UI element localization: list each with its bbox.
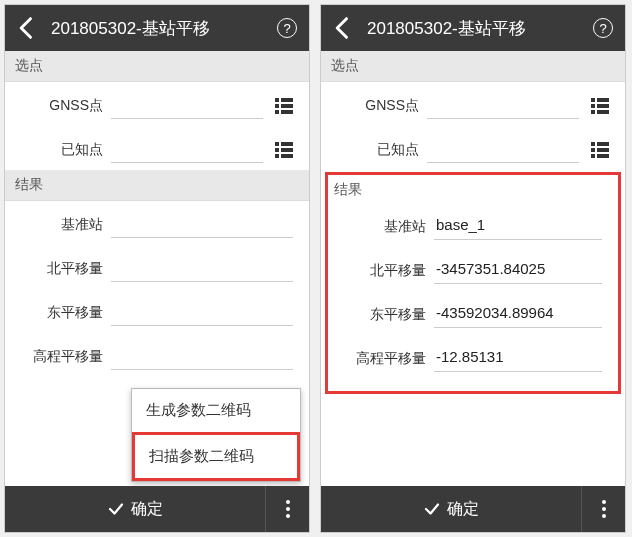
- svg-rect-15: [591, 104, 595, 108]
- bottombar: 确定: [5, 486, 309, 532]
- menu-scan-qr[interactable]: 扫描参数二维码: [132, 432, 300, 481]
- row-height: 高程平移量 -12.85131: [328, 335, 618, 379]
- label-known: 已知点: [331, 141, 427, 159]
- value-east[interactable]: [111, 300, 293, 326]
- svg-rect-24: [597, 154, 609, 158]
- row-gnss: GNSS点: [321, 82, 625, 126]
- phone-left: 201805302-基站平移 ? 选点 GNSS点 已知点 结果 基准站 北平: [4, 4, 310, 533]
- row-gnss: GNSS点: [5, 82, 309, 126]
- label-gnss: GNSS点: [15, 97, 111, 115]
- pick-known-button[interactable]: [269, 138, 299, 162]
- label-east: 东平移量: [15, 304, 111, 322]
- results-highlight: 结果 基准站 base_1 北平移量 -3457351.84025 东平移量 -…: [325, 172, 621, 394]
- help-icon: ?: [593, 18, 613, 38]
- label-gnss: GNSS点: [331, 97, 427, 115]
- value-height[interactable]: [111, 344, 293, 370]
- back-button[interactable]: [13, 14, 41, 42]
- section-select-point: 选点: [5, 51, 309, 82]
- pick-known-button[interactable]: [585, 138, 615, 162]
- list-icon: [272, 138, 296, 162]
- value-north[interactable]: [111, 256, 293, 282]
- label-north: 北平移量: [15, 260, 111, 278]
- help-button[interactable]: ?: [273, 14, 301, 42]
- value-north[interactable]: -3457351.84025: [434, 258, 602, 284]
- svg-rect-4: [275, 110, 279, 114]
- list-icon: [588, 94, 612, 118]
- confirm-button[interactable]: 确定: [321, 499, 581, 520]
- more-icon: [286, 500, 290, 518]
- help-icon: ?: [277, 18, 297, 38]
- topbar: 201805302-基站平移 ?: [5, 5, 309, 51]
- svg-rect-19: [591, 142, 595, 146]
- pick-gnss-button[interactable]: [269, 94, 299, 118]
- value-height[interactable]: -12.85131: [434, 346, 602, 372]
- section-result: 结果: [328, 177, 618, 203]
- more-button[interactable]: [581, 486, 625, 532]
- value-known[interactable]: [427, 137, 579, 163]
- svg-rect-6: [275, 142, 279, 146]
- label-base: 基准站: [15, 216, 111, 234]
- value-base[interactable]: base_1: [434, 214, 602, 240]
- phone-right: 201805302-基站平移 ? 选点 GNSS点 已知点 结果 基准站 bas…: [320, 4, 626, 533]
- value-gnss[interactable]: [427, 93, 579, 119]
- row-known: 已知点: [321, 126, 625, 170]
- value-known[interactable]: [111, 137, 263, 163]
- label-east: 东平移量: [338, 306, 434, 324]
- check-icon: [423, 500, 441, 518]
- svg-rect-14: [597, 98, 609, 102]
- section-result: 结果: [5, 170, 309, 201]
- section-select-point: 选点: [321, 51, 625, 82]
- row-base: 基准站 base_1: [328, 203, 618, 247]
- svg-rect-16: [597, 104, 609, 108]
- row-known: 已知点: [5, 126, 309, 170]
- bottombar: 确定: [321, 486, 625, 532]
- context-menu: 生成参数二维码 扫描参数二维码: [131, 388, 301, 482]
- confirm-label: 确定: [447, 499, 479, 520]
- svg-rect-17: [591, 110, 595, 114]
- more-button[interactable]: [265, 486, 309, 532]
- pick-gnss-button[interactable]: [585, 94, 615, 118]
- page-title: 201805302-基站平移: [51, 17, 263, 40]
- back-icon: [13, 14, 41, 42]
- label-north: 北平移量: [338, 262, 434, 280]
- menu-generate-qr[interactable]: 生成参数二维码: [132, 389, 300, 432]
- label-height: 高程平移量: [15, 348, 111, 366]
- row-east: 东平移量: [5, 289, 309, 333]
- svg-rect-3: [281, 104, 293, 108]
- svg-rect-18: [597, 110, 609, 114]
- label-height: 高程平移量: [338, 350, 434, 368]
- row-north: 北平移量: [5, 245, 309, 289]
- svg-rect-5: [281, 110, 293, 114]
- svg-rect-7: [281, 142, 293, 146]
- content-left: 选点 GNSS点 已知点 结果 基准站 北平移量 东平移量: [5, 51, 309, 486]
- value-base[interactable]: [111, 212, 293, 238]
- svg-rect-9: [281, 148, 293, 152]
- svg-rect-2: [275, 104, 279, 108]
- svg-rect-20: [597, 142, 609, 146]
- svg-rect-8: [275, 148, 279, 152]
- svg-rect-10: [275, 154, 279, 158]
- label-known: 已知点: [15, 141, 111, 159]
- svg-rect-0: [275, 98, 279, 102]
- topbar: 201805302-基站平移 ?: [321, 5, 625, 51]
- svg-rect-13: [591, 98, 595, 102]
- row-north: 北平移量 -3457351.84025: [328, 247, 618, 291]
- confirm-label: 确定: [131, 499, 163, 520]
- more-icon: [602, 500, 606, 518]
- value-gnss[interactable]: [111, 93, 263, 119]
- list-icon: [588, 138, 612, 162]
- confirm-button[interactable]: 确定: [5, 499, 265, 520]
- label-base: 基准站: [338, 218, 434, 236]
- page-title: 201805302-基站平移: [367, 17, 579, 40]
- svg-rect-1: [281, 98, 293, 102]
- value-east[interactable]: -43592034.89964: [434, 302, 602, 328]
- svg-rect-21: [591, 148, 595, 152]
- svg-rect-23: [591, 154, 595, 158]
- help-button[interactable]: ?: [589, 14, 617, 42]
- row-height: 高程平移量: [5, 333, 309, 377]
- svg-rect-11: [281, 154, 293, 158]
- check-icon: [107, 500, 125, 518]
- back-button[interactable]: [329, 14, 357, 42]
- list-icon: [272, 94, 296, 118]
- svg-rect-22: [597, 148, 609, 152]
